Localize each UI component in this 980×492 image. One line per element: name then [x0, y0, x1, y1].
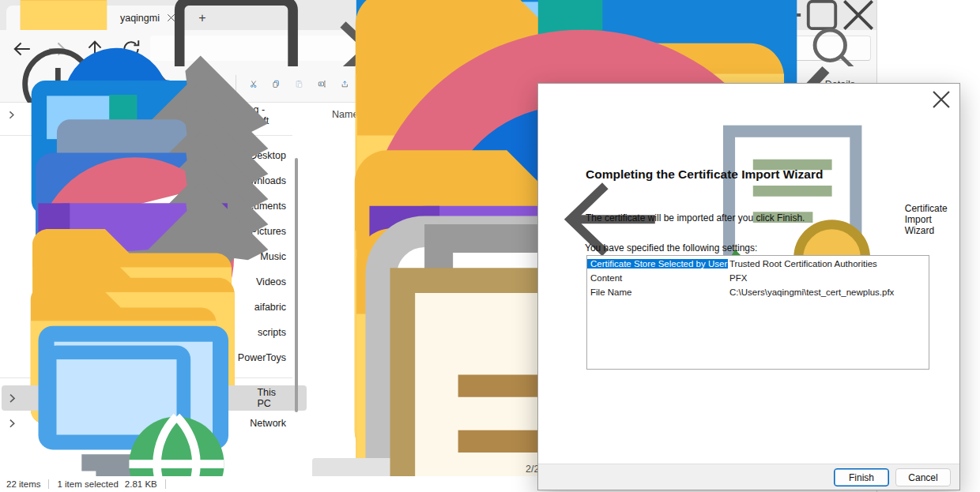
setting-key: File Name — [587, 287, 728, 297]
dialog-title: Certificate Import Wizard — [905, 203, 959, 236]
settings-table[interactable]: Certificate Store Selected by User Trust… — [586, 255, 929, 370]
status-separator — [165, 479, 166, 489]
navigation-pane: Yaqing - Microsoft Desktop Downloads Doc… — [0, 103, 308, 476]
chevron-right-icon[interactable] — [6, 418, 17, 429]
setting-value: C:\Users\yaqingmi\test_cert_newplus.pfx — [728, 287, 929, 297]
cancel-button[interactable]: Cancel — [895, 468, 951, 486]
network-icon — [17, 312, 241, 492]
status-separator — [48, 479, 49, 489]
selection-count: 1 item selected — [57, 479, 118, 489]
sidebar-item-label: Network — [250, 418, 286, 429]
chevr-icon — [6, 392, 18, 404]
paste-button[interactable] — [288, 71, 311, 98]
setting-value: PFX — [728, 273, 929, 283]
dialog-heading: Completing the Certificate Import Wizard — [586, 167, 823, 182]
chevron-right-icon[interactable] — [6, 110, 17, 120]
sidebar-item-label: This PC — [257, 387, 286, 409]
sidebar-item-label: scripts — [258, 327, 286, 338]
setting-key: Certificate Store Selected by User — [587, 259, 728, 269]
settings-caption: You have specified the following setting… — [585, 242, 757, 254]
sidebar-scrollbar[interactable] — [295, 158, 298, 412]
dialog-footer: Finish Cancel — [538, 464, 959, 490]
certificate-import-wizard-dialog: Certificate Import Wizard Completing the… — [537, 83, 960, 490]
setting-value: Trusted Root Certification Authorities — [728, 259, 929, 269]
closex-icon — [931, 89, 952, 110]
selection-size: 2.81 KB — [125, 479, 157, 489]
sidebar-tree-list: This PC Network — [0, 385, 308, 436]
sidebar-item-label: aifabric — [254, 302, 286, 313]
dialog-intro-text: The certificate will be imported after y… — [586, 212, 805, 223]
finish-button[interactable]: Finish — [834, 468, 889, 486]
settings-row[interactable]: Content PFX — [587, 271, 929, 284]
chevr-icon — [6, 110, 17, 120]
settings-row[interactable]: Certificate Store Selected by User Trust… — [587, 257, 929, 270]
screen: yaqingmi + This PCWindows (C:)Usersyaqin… — [0, 0, 980, 492]
sidebar-item-network[interactable]: Network — [2, 411, 307, 436]
items-count: 22 items — [6, 479, 40, 489]
paste-icon — [295, 80, 303, 88]
chevron-right-icon[interactable] — [6, 392, 18, 404]
chevr-icon — [6, 418, 17, 429]
setting-key: Content — [587, 273, 728, 283]
dialog-close-button[interactable] — [931, 90, 952, 109]
settings-row[interactable]: File Name C:\Users\yaqingmi\test_cert_ne… — [587, 285, 929, 299]
